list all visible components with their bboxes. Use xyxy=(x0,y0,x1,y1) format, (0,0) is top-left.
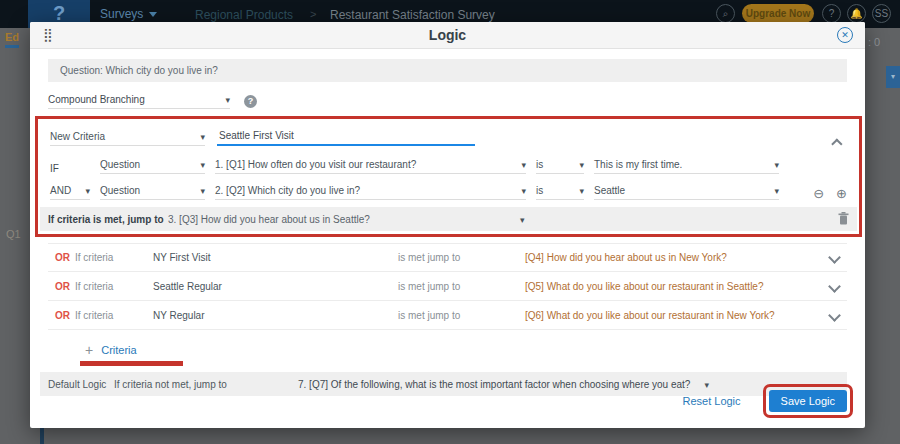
chevron-down-icon[interactable] xyxy=(828,309,841,322)
chevron-down-icon xyxy=(579,159,584,170)
close-icon[interactable] xyxy=(837,27,853,43)
condition-row: AND Question 2. [Q2] Which city do you l… xyxy=(50,181,847,200)
modal-header: Logic xyxy=(30,22,865,49)
conjunction-label: IF xyxy=(50,163,90,174)
background-right-fragment: : 0 xyxy=(868,36,880,48)
reset-logic-link[interactable]: Reset Logic xyxy=(682,395,740,407)
condition-row: IF Question 1. [Q1] How often do you vis… xyxy=(50,155,847,174)
criteria-name: Seattle Regular xyxy=(153,281,398,292)
if-criteria-label: If criteria xyxy=(75,281,153,292)
condition-type-select[interactable]: Question xyxy=(100,185,205,200)
default-logic-label: Default Logic xyxy=(48,379,114,390)
or-label: OR xyxy=(48,310,75,321)
save-logic-button[interactable]: Save Logic xyxy=(769,390,847,412)
criteria-editor-annotation: New Criteria IF Question 1. [Q1] How oft… xyxy=(35,116,862,237)
chevron-down-icon xyxy=(774,185,779,196)
save-logic-annotation: Save Logic xyxy=(763,384,853,418)
criteria-row-collapsed[interactable]: OR If criteria Seattle Regular is met ju… xyxy=(48,272,847,301)
chevron-up-icon[interactable] xyxy=(831,138,842,149)
notifications-bell-icon[interactable]: 🔔 xyxy=(847,4,866,23)
condition-question-select[interactable]: 2. [Q2] Which city do you live in? xyxy=(215,185,526,200)
drag-handle-icon[interactable] xyxy=(43,27,53,42)
logic-modal: Logic Question: Which city do you live i… xyxy=(30,22,865,428)
help-icon[interactable]: ? xyxy=(822,4,841,23)
avatar[interactable]: SS xyxy=(872,4,891,23)
chevron-down-icon xyxy=(521,159,526,170)
met-label: is met jump to xyxy=(398,252,525,263)
remove-condition-icon[interactable]: ⊖ xyxy=(813,187,824,200)
condition-type-select[interactable]: Question xyxy=(100,159,205,174)
help-icon[interactable]: ? xyxy=(244,95,257,108)
if-criteria-label: If criteria xyxy=(75,310,153,321)
question-context-bar: Question: Which city do you live in? xyxy=(48,59,847,82)
jump-to-label: If criteria is met, jump to xyxy=(48,214,168,225)
criteria-name: NY First Visit xyxy=(153,252,398,263)
chevron-down-icon xyxy=(200,159,205,170)
chevron-down-icon xyxy=(520,214,525,225)
criteria-name: NY Regular xyxy=(153,310,398,321)
condition-value-select[interactable]: Seattle xyxy=(594,185,779,200)
jump-target: [Q4] How did you hear about us in New Yo… xyxy=(525,252,830,263)
chevron-down-icon xyxy=(521,185,526,196)
criteria-name-select[interactable]: New Criteria xyxy=(50,131,205,146)
background-question-label: Q1 xyxy=(6,228,21,240)
nav-surveys-menu[interactable]: Surveys xyxy=(100,7,157,21)
chevron-down-icon xyxy=(200,131,205,142)
condition-question-select[interactable]: 1. [Q1] How often do you visit our resta… xyxy=(215,159,526,174)
background-partial-button xyxy=(886,66,900,88)
default-jump-select[interactable]: 7. [Q7] Of the following, what is the mo… xyxy=(298,379,690,390)
chevron-down-icon xyxy=(774,159,779,170)
breadcrumb-current: Restaurant Satisfaction Survey xyxy=(330,8,495,22)
if-criteria-label: If criteria xyxy=(75,252,153,263)
modal-title: Logic xyxy=(30,22,865,49)
add-criteria-annotation xyxy=(80,361,183,366)
conjunction-select[interactable]: AND xyxy=(50,185,90,200)
or-label: OR xyxy=(48,252,75,263)
met-label: is met jump to xyxy=(398,281,525,292)
met-label: is met jump to xyxy=(398,310,525,321)
search-icon[interactable]: ⌕ xyxy=(716,4,735,23)
chevron-down-icon xyxy=(225,94,230,105)
chevron-down-icon[interactable] xyxy=(828,251,841,264)
chevron-down-icon xyxy=(579,185,584,196)
chevron-down-icon[interactable] xyxy=(828,280,841,293)
branching-type-select[interactable]: Compound Branching xyxy=(48,94,230,109)
chevron-down-icon xyxy=(200,185,205,196)
jump-to-question-select[interactable]: 3. [Q3] How did you hear about us in Sea… xyxy=(168,214,520,225)
breadcrumb-separator: > xyxy=(310,8,316,20)
background-divider xyxy=(40,428,44,444)
plus-icon: + xyxy=(85,342,93,358)
or-label: OR xyxy=(48,281,75,292)
condition-operator-select[interactable]: is xyxy=(536,159,584,174)
jump-target: [Q6] What do you like about our restaura… xyxy=(525,310,830,321)
add-criteria-button[interactable]: + Criteria xyxy=(85,342,137,358)
breadcrumb-parent[interactable]: Regional Products xyxy=(195,8,293,22)
upgrade-now-button[interactable]: Upgrade Now xyxy=(742,4,814,23)
not-met-label: If criteria not met, jump to xyxy=(114,379,298,390)
criteria-row-collapsed[interactable]: OR If criteria NY First Visit is met jum… xyxy=(48,243,847,272)
jump-to-bar: If criteria is met, jump to 3. [Q3] How … xyxy=(40,207,857,231)
criteria-name-input[interactable] xyxy=(217,128,475,146)
condition-value-select[interactable]: This is my first time. xyxy=(594,159,779,174)
condition-operator-select[interactable]: is xyxy=(536,185,584,200)
criteria-row-collapsed[interactable]: OR If criteria NY Regular is met jump to… xyxy=(48,301,847,330)
jump-target: [Q5] What do you like about our restaura… xyxy=(525,281,830,292)
add-condition-icon[interactable]: ⊕ xyxy=(836,187,847,200)
background-edit-tab: Ed xyxy=(5,31,19,48)
chevron-down-icon xyxy=(149,12,157,17)
delete-criteria-icon[interactable] xyxy=(838,212,849,227)
chevron-down-icon xyxy=(85,185,90,196)
